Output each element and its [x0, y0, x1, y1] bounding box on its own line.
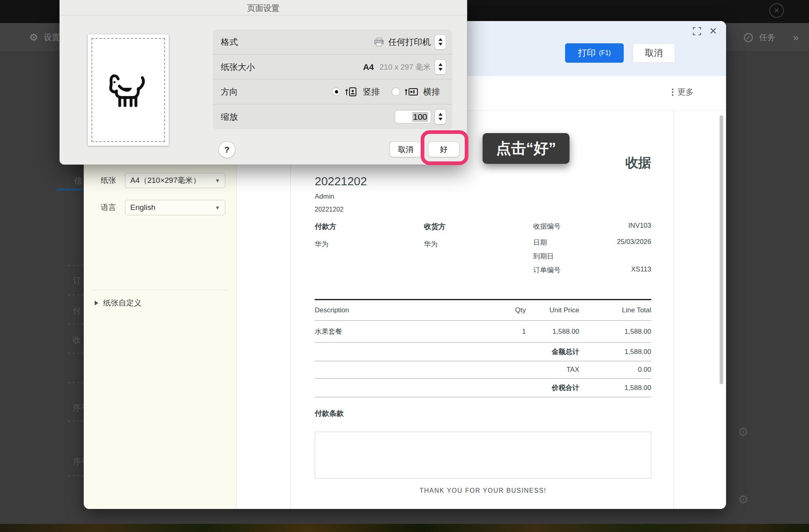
preview-scrollbar[interactable]	[720, 115, 723, 384]
meta-row: 日期25/03/2026	[533, 238, 651, 252]
scale-stepper[interactable]	[435, 110, 446, 124]
disclosure-triangle-icon	[95, 301, 98, 305]
receiver-value: 华为	[424, 240, 533, 249]
scale-label: 缩放	[221, 111, 238, 123]
payer-label: 付款方	[315, 222, 424, 231]
landscape-icon	[404, 87, 418, 97]
page-setup-dialog: 页面设置 格式	[59, 0, 467, 165]
background-label: 收	[73, 335, 81, 345]
gear-icon: ⚙	[29, 32, 38, 43]
table-header-row: Description Qty Unit Price Line Total	[315, 300, 651, 321]
paper-right-edge	[673, 111, 674, 509]
screen: × ⚙ 设置 ✓ 任务 » 信 订 付 收 序号 序号 ⚙ ⚙	[0, 0, 809, 532]
meta-row: 收据编号INV103	[533, 222, 651, 238]
click-ok-tooltip: 点击“好”	[483, 133, 570, 164]
landscape-radio[interactable]	[392, 88, 400, 95]
portrait-icon	[345, 87, 358, 97]
format-label: 格式	[221, 36, 238, 48]
page-preview	[88, 34, 169, 146]
format-stepper[interactable]	[435, 35, 446, 49]
chevrons-right-icon[interactable]: »	[793, 32, 798, 43]
settings-label[interactable]: 设置	[44, 32, 60, 43]
background-label: 序号	[73, 456, 84, 467]
portrait-radio[interactable]	[332, 88, 340, 95]
orientation-label: 方向	[221, 86, 238, 97]
chevron-down-icon: ▼	[215, 178, 220, 184]
title-divider	[60, 15, 467, 15]
paper-size-stepper[interactable]	[435, 60, 446, 74]
gear-icon: ⚙	[738, 425, 749, 439]
sidebar-divider	[93, 290, 227, 290]
paper-label: 纸张	[101, 175, 116, 186]
close-icon[interactable]: ✕	[709, 25, 717, 37]
payer-value: 华为	[315, 240, 424, 249]
subtotal-row: 金额总计 1,588.00	[315, 343, 651, 361]
printer-icon	[374, 38, 384, 47]
receipt-document: 收据 20221202 Admin 20221202 付款方 华为 收货方 华为…	[315, 154, 651, 494]
receipt-table: Description Qty Unit Price Line Total 水果…	[315, 299, 651, 397]
format-value: 任何打印机	[388, 36, 431, 48]
page-setup-cancel-button[interactable]: 取消	[390, 142, 421, 157]
landscape-label: 横排	[423, 86, 440, 97]
settings-panel: 格式 任何打印机 纸张大小 A4 210 x 297 毫米	[213, 30, 452, 129]
paper-select[interactable]: A4（210×297毫米）▼	[125, 173, 225, 188]
receipt-doc-heading: 20221202	[315, 175, 651, 188]
meta-row: 到期日	[533, 252, 651, 265]
background-tab: 信	[74, 175, 83, 187]
payment-terms-box	[315, 432, 651, 479]
desktop-wallpaper-strip	[0, 524, 809, 532]
scale-input[interactable]: 100	[395, 110, 431, 123]
page-margin-dashes	[91, 38, 165, 142]
receiver-label: 收货方	[424, 222, 533, 231]
print-button[interactable]: 打印(F1)	[565, 43, 624, 63]
meta-row: 订单编号XS113	[533, 265, 651, 279]
close-circle-icon[interactable]: ×	[769, 3, 784, 18]
print-cancel-button[interactable]: 取消	[633, 43, 675, 63]
paper-custom-disclosure[interactable]: 纸张自定义	[95, 298, 142, 308]
paper-size-label: 纸张大小	[221, 61, 255, 73]
language-label: 语言	[101, 202, 116, 213]
table-row: 水果套餐 1 1,588.00 1,588.00	[315, 321, 651, 343]
receipt-created-by: Admin	[315, 193, 651, 201]
receipt-doc-number: 20221202	[315, 206, 651, 213]
help-button[interactable]: ?	[219, 142, 235, 158]
background-label: 付	[73, 305, 81, 316]
background-label: 序号	[73, 403, 84, 413]
tasks-label[interactable]: 任务	[759, 32, 775, 43]
click-highlight-ring	[421, 130, 468, 165]
paper-left-edge	[290, 111, 291, 509]
portrait-label: 竖排	[363, 86, 380, 97]
more-dots-icon	[672, 89, 673, 96]
language-select[interactable]: English▼	[125, 200, 225, 215]
dog-preview-icon	[106, 71, 150, 109]
paper-size-detail: 210 x 297 毫米	[379, 62, 431, 72]
chevron-down-icon: ▼	[215, 205, 220, 211]
page-setup-title: 页面设置	[60, 3, 467, 14]
gear-icon: ⚙	[738, 492, 749, 507]
payment-terms-label: 付款条款	[315, 409, 651, 418]
more-button[interactable]: 更多	[672, 87, 694, 97]
fullscreen-icon[interactable]	[693, 27, 701, 35]
receipt-footer-note: THANK YOU FOR YOUR BUSINESS!	[315, 487, 651, 494]
tax-row: TAX 0.00	[315, 361, 651, 379]
background-label: 订	[73, 275, 81, 286]
grand-total-row: 价税合计 1,588.00	[315, 379, 651, 397]
paper-size-value: A4	[363, 62, 374, 72]
tasks-check-icon: ✓	[744, 33, 753, 42]
active-tab-underline	[57, 189, 84, 191]
